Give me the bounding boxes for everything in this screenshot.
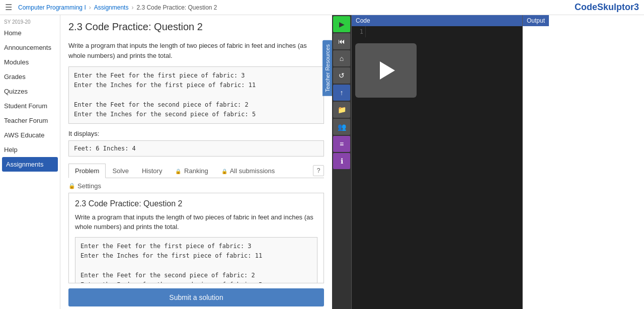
share-button[interactable]: 👥 bbox=[333, 119, 350, 135]
breadcrumb-current: 2.3 Code Practice: Question 2 bbox=[136, 4, 217, 11]
problem-tabs: Problem Solve History 🔒 Ranking 🔒 All su… bbox=[68, 164, 324, 178]
tab-solve[interactable]: Solve bbox=[106, 164, 135, 178]
output-area bbox=[523, 26, 549, 309]
home-button[interactable]: ⌂ bbox=[333, 50, 350, 66]
tab-history[interactable]: History bbox=[135, 164, 169, 178]
sidebar-item-modules[interactable]: Modules bbox=[0, 55, 60, 69]
settings-lock-icon: 🔒 bbox=[68, 183, 75, 189]
line-numbers: 1 bbox=[352, 26, 366, 37]
teacher-resources-tab[interactable]: Teacher Resources bbox=[323, 40, 332, 96]
tab-problem[interactable]: Problem bbox=[68, 164, 106, 178]
problem-panel-sample: Enter the Feet for the first piece of fa… bbox=[75, 237, 317, 283]
codeskulptor-title: CodeSkulptor3 bbox=[575, 2, 639, 13]
code-panel-header: Code bbox=[352, 15, 522, 26]
reset-button[interactable]: ⏮ bbox=[333, 33, 350, 49]
page-title: 2.3 Code Practice: Question 2 bbox=[68, 21, 324, 33]
sidebar-item-announcements[interactable]: Announcements bbox=[0, 40, 60, 55]
video-overlay[interactable] bbox=[355, 43, 417, 98]
play-button-icon bbox=[380, 61, 395, 80]
top-bar: ☰ Computer Programming I › Assignments ›… bbox=[0, 0, 644, 15]
submit-button[interactable]: Submit a solution bbox=[68, 288, 324, 306]
sidebar-item-help[interactable]: Help bbox=[0, 142, 60, 157]
lock-icon-ranking: 🔒 bbox=[175, 169, 181, 174]
main-content: Teacher Resources 2.3 Code Practice: Que… bbox=[60, 15, 332, 309]
sidebar: SY 2019-20 Home Announcements Modules Gr… bbox=[0, 15, 60, 309]
hamburger-menu[interactable]: ☰ bbox=[5, 3, 12, 12]
problem-panel[interactable]: 2.3 Code Practice: Question 2 Write a pr… bbox=[68, 193, 324, 283]
lock-icon-submissions: 🔒 bbox=[221, 169, 227, 174]
tab-question-mark[interactable]: ? bbox=[313, 165, 324, 176]
problem-panel-desc: Write a program that inputs the length o… bbox=[75, 212, 317, 232]
settings-label: Settings bbox=[77, 182, 101, 190]
cs-toolbar: ▶ ⏮ ⌂ ↺ ↑ 📁 👥 ≡ ℹ bbox=[332, 15, 351, 309]
output-panel-header: Output bbox=[523, 15, 549, 26]
problem-description: Write a program that inputs the length o… bbox=[68, 41, 324, 60]
files-button[interactable]: 📁 bbox=[333, 102, 350, 118]
problem-panel-title: 2.3 Code Practice: Question 2 bbox=[75, 199, 317, 208]
breadcrumb-assignments[interactable]: Assignments bbox=[94, 4, 129, 11]
sidebar-item-teacher-forum[interactable]: Teacher Forum bbox=[0, 113, 60, 128]
content-area: Teacher Resources 2.3 Code Practice: Que… bbox=[60, 15, 644, 309]
run-button[interactable]: ▶ bbox=[333, 16, 350, 32]
sample-input-display: Enter the Feet for the first piece of fa… bbox=[68, 66, 324, 124]
sidebar-item-student-forum[interactable]: Student Forum bbox=[0, 99, 60, 113]
sidebar-item-quizzes[interactable]: Quizzes bbox=[0, 84, 60, 99]
sidebar-item-aws-educate[interactable]: AWS Educate bbox=[0, 128, 60, 142]
breadcrumb-course[interactable]: Computer Programming I bbox=[18, 4, 86, 11]
breadcrumb-sep-2: › bbox=[131, 4, 133, 11]
sidebar-item-assignments[interactable]: Assignments bbox=[2, 157, 58, 172]
menu-button[interactable]: ≡ bbox=[333, 136, 350, 152]
sidebar-item-home[interactable]: Home bbox=[0, 26, 60, 40]
output-panel: Output bbox=[522, 15, 549, 309]
tab-all-submissions[interactable]: 🔒 All submissions bbox=[215, 164, 282, 178]
settings-link[interactable]: 🔒 Settings bbox=[68, 178, 324, 193]
upload-button[interactable]: ↑ bbox=[333, 85, 350, 101]
breadcrumb-sep-1: › bbox=[89, 4, 91, 11]
codeskulptor-panel: ▶ ⏮ ⌂ ↺ ↑ 📁 👥 ≡ ℹ Code 1 Output bbox=[332, 15, 549, 309]
code-content[interactable] bbox=[368, 28, 522, 32]
displays-output: Feet: 6 Inches: 4 bbox=[68, 140, 324, 157]
info-button[interactable]: ℹ bbox=[333, 153, 350, 169]
tab-ranking[interactable]: 🔒 Ranking bbox=[169, 164, 214, 178]
school-year: SY 2019-20 bbox=[0, 17, 60, 26]
displays-label: It displays: bbox=[68, 130, 324, 137]
reload-button[interactable]: ↺ bbox=[333, 67, 350, 84]
main-layout: SY 2019-20 Home Announcements Modules Gr… bbox=[0, 15, 644, 309]
sidebar-item-grades[interactable]: Grades bbox=[0, 69, 60, 84]
